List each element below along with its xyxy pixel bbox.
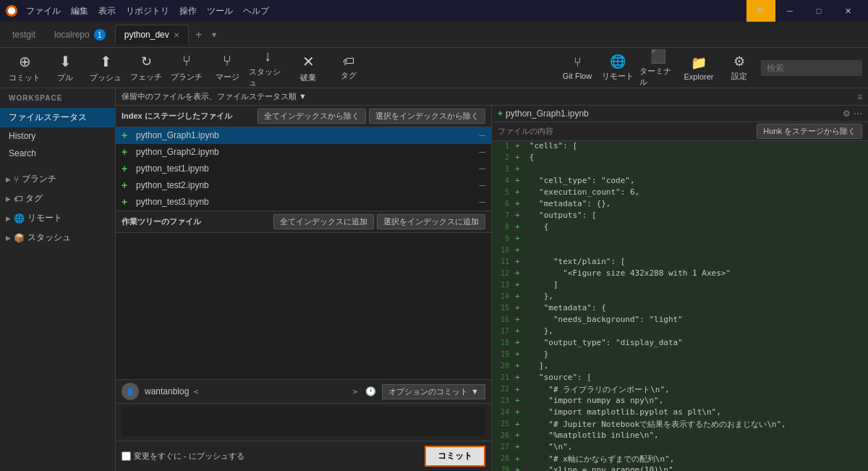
- add-all-button[interactable]: 全てインデックスに追加: [273, 214, 374, 229]
- line-content: + "import numpy as npy\n",: [515, 396, 865, 405]
- diff-file-content-label: ファイルの内容: [498, 126, 553, 137]
- line-number: 10: [495, 245, 515, 254]
- staged-file-item[interactable]: + python_test1.ipynb ─: [116, 161, 491, 177]
- tab-testgit[interactable]: testgit: [3, 25, 45, 45]
- line-number: 26: [495, 430, 515, 439]
- search-input[interactable]: [761, 60, 862, 76]
- tag-section-label: タグ: [25, 192, 43, 205]
- sidebar-section-branch[interactable]: ▶ ⑂ ブランチ: [0, 169, 115, 189]
- line-number: 2: [495, 153, 515, 161]
- diff-content: 1 + "cells": [2 + {3 +4 + "cell_type": "…: [492, 141, 868, 471]
- toolbar-fetch[interactable]: ↻ フェッチ: [127, 51, 165, 85]
- branch-section-icon: ⑂: [14, 174, 19, 184]
- flag-button[interactable]: 🏳: [746, 0, 775, 22]
- line-content: + "cells": [: [515, 141, 865, 150]
- remote-section-label: リモート: [27, 212, 62, 224]
- toolbar-terminal[interactable]: ⬛ ターミナル: [639, 48, 677, 88]
- commit-user-input[interactable]: [206, 386, 345, 396]
- diff-line: 27 + "\n",: [492, 442, 868, 454]
- panel-menu-icon[interactable]: ≡: [857, 92, 862, 102]
- menu-help[interactable]: ヘルプ: [239, 4, 273, 19]
- menu-edit[interactable]: 編集: [67, 4, 93, 19]
- diff-line: 6 + "metadata": {},: [492, 199, 868, 211]
- line-content: + },: [515, 326, 865, 336]
- clock-icon[interactable]: 🕐: [365, 386, 376, 396]
- line-content: + "needs_background": "light": [515, 315, 865, 324]
- sidebar-item-file-status[interactable]: ファイルステータス: [0, 108, 115, 127]
- menu-file[interactable]: ファイル: [22, 4, 65, 19]
- toolbar-settings[interactable]: ⚙ 設定: [720, 54, 758, 82]
- remote-chevron: ▶: [6, 215, 11, 222]
- sidebar-section-stash[interactable]: ▶ 📦 スタッシュ: [0, 228, 115, 247]
- toolbar-pull-label: プル: [57, 72, 73, 83]
- tab-close-python-dev[interactable]: ✕: [174, 31, 179, 39]
- sidebar-section-remote[interactable]: ▶ 🌐 リモート: [0, 208, 115, 228]
- sidebar-item-search[interactable]: Search: [0, 145, 115, 162]
- merge-icon: ⑂: [223, 53, 231, 69]
- diff-gear-icon[interactable]: ⚙: [843, 109, 851, 119]
- file-remove-icon[interactable]: ─: [479, 147, 485, 157]
- diff-line: 17 + },: [492, 326, 868, 338]
- sidebar-section-tag[interactable]: ▶ 🏷 タグ: [0, 189, 115, 208]
- hunk-button[interactable]: Hunk をステージから除く: [757, 124, 862, 139]
- line-number: 25: [495, 419, 515, 428]
- remove-selected-button[interactable]: 選択をインデックスから除く: [369, 109, 485, 124]
- toolbar: ⊕ コミット ⬇ プル ⬆ プッシュ ↻ フェッチ ⑂ ブランチ ⑂ マージ ↓…: [0, 48, 868, 88]
- staged-file-item[interactable]: + python_test3.ipynb ─: [116, 194, 491, 211]
- staged-file-item[interactable]: + python_Graph2.ipynb ─: [116, 144, 491, 161]
- diff-line: 1 + "cells": [: [492, 141, 868, 153]
- toolbar-push[interactable]: ⬆ プッシュ: [87, 51, 124, 85]
- tab-add-button[interactable]: +: [189, 25, 209, 45]
- push-checkbox-label: 変更をすぐに - にプッシュする: [134, 451, 244, 462]
- file-remove-icon[interactable]: ─: [479, 180, 485, 190]
- line-number: 17: [495, 326, 515, 335]
- commit-message-input[interactable]: [122, 407, 485, 436]
- diff-more-icon[interactable]: ⋯: [854, 109, 862, 119]
- fetch-icon: ↻: [141, 54, 152, 69]
- toolbar-merge[interactable]: ⑂ マージ: [208, 51, 246, 85]
- toolbar-tag[interactable]: 🏷 タグ: [330, 51, 367, 85]
- history-label: History: [9, 131, 35, 141]
- sidebar-item-history[interactable]: History: [0, 127, 115, 145]
- commit-username: wantanblog ＜: [145, 386, 200, 398]
- toolbar-branch[interactable]: ⑂ ブランチ: [168, 51, 205, 85]
- maximize-button[interactable]: □: [804, 0, 833, 22]
- file-remove-icon[interactable]: ─: [479, 130, 485, 140]
- staged-file-name: python_Graph1.ipynb: [136, 130, 475, 140]
- menu-action[interactable]: 操作: [175, 4, 201, 19]
- commit-options-button[interactable]: オプションのコミット ▼: [382, 384, 485, 399]
- toolbar-discard[interactable]: ✕ 破棄: [289, 51, 327, 85]
- line-number: 28: [495, 454, 515, 462]
- add-selected-button[interactable]: 選択をインデックスに追加: [377, 214, 485, 229]
- menu-tool[interactable]: ツール: [203, 4, 237, 19]
- file-remove-icon[interactable]: ─: [479, 164, 485, 174]
- tab-dropdown[interactable]: ▾: [209, 30, 219, 40]
- tab-label-localrepo: localrepo: [54, 30, 90, 40]
- toolbar-pull[interactable]: ⬇ プル: [46, 51, 84, 85]
- commit-area: 👤 wantanblog ＜ ＞ 🕐 オプションのコミット ▼: [116, 379, 491, 471]
- toolbar-commit[interactable]: ⊕ コミット: [6, 51, 43, 85]
- line-content: + },: [515, 292, 865, 301]
- menu-view[interactable]: 表示: [94, 4, 120, 19]
- menu-repo[interactable]: リポジトリ: [122, 4, 174, 19]
- toolbar-explorer[interactable]: 📁 Explorer: [680, 55, 718, 81]
- commit-options-arrow: ▼: [471, 387, 479, 396]
- toolbar-stash[interactable]: ↓ スタッシュ: [249, 51, 286, 85]
- commit-button[interactable]: コミット: [425, 446, 485, 467]
- diff-line: 22 + "# ライブラリのインポート\n",: [492, 384, 868, 396]
- tab-localrepo[interactable]: localrepo 1: [45, 25, 115, 45]
- minimize-button[interactable]: ─: [775, 0, 804, 22]
- toolbar-remote[interactable]: 🌐 リモート: [599, 54, 637, 82]
- tab-python-dev[interactable]: python_dev ✕: [115, 25, 189, 45]
- commit-push-checkbox[interactable]: 変更をすぐに - にプッシュする: [122, 451, 244, 462]
- staged-file-item[interactable]: + python_test2.ipynb ─: [116, 177, 491, 194]
- remove-all-button[interactable]: 全てインデックスから除く: [258, 109, 366, 124]
- push-checkbox-input[interactable]: [122, 451, 131, 461]
- staged-file-item[interactable]: + python_Graph1.ipynb ─: [116, 127, 491, 144]
- line-content: + "source": [: [515, 373, 865, 382]
- file-remove-icon[interactable]: ─: [479, 197, 485, 207]
- commit-avatar: 👤: [122, 383, 139, 400]
- toolbar-gitflow[interactable]: ⑂ Git Flow: [558, 55, 596, 80]
- line-content: + "# x軸にかならずまでの配列\n",: [515, 454, 865, 464]
- close-button[interactable]: ✕: [833, 0, 862, 22]
